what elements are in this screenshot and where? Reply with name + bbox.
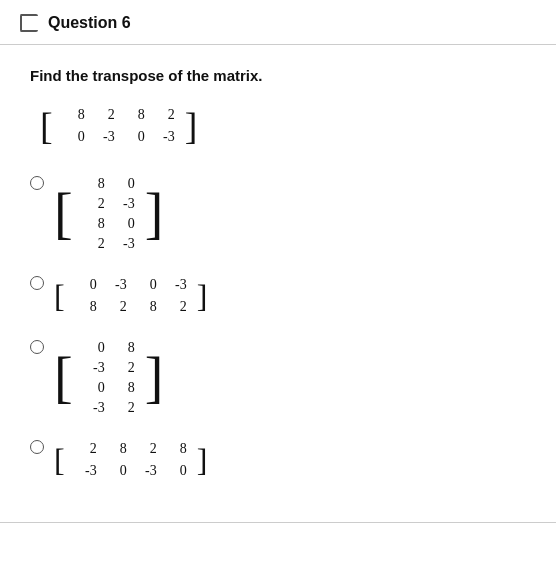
cell: -3 xyxy=(89,126,119,148)
given-matrix-grid: 8 2 8 2 0 -3 0 -3 xyxy=(53,102,185,150)
cell: 2 xyxy=(149,104,179,126)
cell: 0 xyxy=(79,378,109,398)
cell: 8 xyxy=(101,438,131,460)
option-a-matrix: [ 8 0 2 -3 8 0 2 -3 ] xyxy=(54,172,163,256)
cell: 2 xyxy=(161,296,191,318)
option-d-matrix: [ 2 8 2 8 -3 0 -3 0 ] xyxy=(54,436,207,484)
cell: 0 xyxy=(59,126,89,148)
cell: 0 xyxy=(109,174,139,194)
radio-b[interactable] xyxy=(30,276,44,290)
cell: -3 xyxy=(101,274,131,296)
cell: 2 xyxy=(109,358,139,378)
cell: 2 xyxy=(109,398,139,418)
option-c-matrix: [ 0 8 -3 2 0 8 -3 2 ] xyxy=(54,336,163,420)
option-row-b[interactable]: [ 0 -3 0 -3 8 2 8 2 ] xyxy=(30,272,526,320)
bracket-left: [ xyxy=(54,444,65,476)
cell: 2 xyxy=(101,296,131,318)
cell: -3 xyxy=(109,234,139,254)
bracket-right: ] xyxy=(145,190,164,238)
cell: 2 xyxy=(79,234,109,254)
cell: 8 xyxy=(71,296,101,318)
option-c-grid: 0 8 -3 2 0 8 -3 2 xyxy=(73,336,145,420)
cell: 2 xyxy=(89,104,119,126)
cell: 0 xyxy=(79,338,109,358)
cell: 0 xyxy=(161,460,191,482)
cell: 2 xyxy=(79,194,109,214)
cell: -3 xyxy=(149,126,179,148)
question-header: Question 6 xyxy=(0,0,556,45)
question-title: Question 6 xyxy=(48,14,131,32)
bracket-left: [ xyxy=(54,190,73,238)
option-row-c[interactable]: [ 0 8 -3 2 0 8 -3 2 ] xyxy=(30,336,526,420)
option-d-grid: 2 8 2 8 -3 0 -3 0 xyxy=(65,436,197,484)
cell: 8 xyxy=(59,104,89,126)
given-matrix: [ 8 2 8 2 0 -3 0 -3 ] xyxy=(40,102,197,150)
cell: -3 xyxy=(131,460,161,482)
option-b-matrix: [ 0 -3 0 -3 8 2 8 2 ] xyxy=(54,272,207,320)
bracket-left: [ xyxy=(54,354,73,402)
cell: 8 xyxy=(109,338,139,358)
cell: 2 xyxy=(131,438,161,460)
cell: 8 xyxy=(131,296,161,318)
cell: 8 xyxy=(79,174,109,194)
cell: -3 xyxy=(79,358,109,378)
bracket-right: ] xyxy=(185,107,198,145)
cell: 8 xyxy=(161,438,191,460)
cell: 2 xyxy=(71,438,101,460)
radio-d[interactable] xyxy=(30,440,44,454)
option-b-grid: 0 -3 0 -3 8 2 8 2 xyxy=(65,272,197,320)
bracket-right: ] xyxy=(145,354,164,402)
cell: -3 xyxy=(79,398,109,418)
option-row-a[interactable]: [ 8 0 2 -3 8 0 2 -3 ] xyxy=(30,172,526,256)
cell: 0 xyxy=(131,274,161,296)
bracket-left: [ xyxy=(54,280,65,312)
cell: 0 xyxy=(71,274,101,296)
bracket-right: ] xyxy=(197,444,208,476)
bracket-left: [ xyxy=(40,107,53,145)
cell: 0 xyxy=(109,214,139,234)
radio-c[interactable] xyxy=(30,340,44,354)
cell: 0 xyxy=(119,126,149,148)
cell: -3 xyxy=(109,194,139,214)
question-text: Find the transpose of the matrix. xyxy=(30,67,526,84)
cell: 8 xyxy=(119,104,149,126)
radio-a[interactable] xyxy=(30,176,44,190)
cell: 8 xyxy=(109,378,139,398)
question-body: Find the transpose of the matrix. [ 8 2 … xyxy=(0,45,556,523)
cell: 8 xyxy=(79,214,109,234)
question-icon xyxy=(20,14,38,32)
bracket-right: ] xyxy=(197,280,208,312)
option-a-grid: 8 0 2 -3 8 0 2 -3 xyxy=(73,172,145,256)
cell: -3 xyxy=(71,460,101,482)
option-row-d[interactable]: [ 2 8 2 8 -3 0 -3 0 ] xyxy=(30,436,526,484)
cell: -3 xyxy=(161,274,191,296)
cell: 0 xyxy=(101,460,131,482)
